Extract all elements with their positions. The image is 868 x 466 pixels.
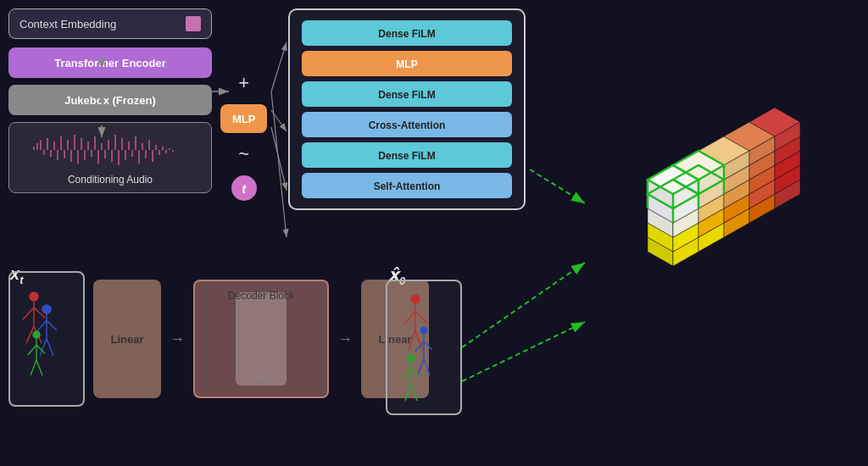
audio-waveform	[19, 130, 201, 170]
dense-film-bot-box: Dense FiLM	[302, 142, 512, 168]
svg-line-172	[271, 110, 287, 131]
left-panel: Context Embedding Transformer Encoder Ju…	[8, 8, 212, 197]
pose-right-box	[386, 280, 462, 415]
svg-line-62	[31, 360, 36, 375]
svg-point-46	[30, 292, 38, 301]
svg-point-58	[33, 331, 40, 338]
audio-box: Conditioning Audio	[8, 122, 212, 193]
dots-label: ···	[255, 369, 266, 385]
pose-left-svg	[13, 275, 81, 402]
cube-grid-svg	[571, 8, 860, 280]
svg-line-66	[403, 312, 415, 325]
svg-line-60	[28, 345, 36, 355]
self-attention-label: Self-Attention	[374, 180, 441, 192]
svg-line-73	[424, 341, 432, 350]
svg-line-55	[47, 320, 57, 330]
svg-line-67	[415, 312, 427, 323]
jukebox-label: Jukebox (Frozen)	[64, 94, 156, 107]
mlp-inner-label: MLP	[396, 58, 417, 70]
svg-point-52	[42, 305, 51, 313]
decoder-block-label: Decoder Block	[228, 290, 294, 302]
svg-point-76	[408, 355, 415, 362]
svg-line-63	[36, 360, 42, 375]
svg-line-57	[47, 339, 53, 356]
svg-line-54	[36, 320, 47, 332]
pink-square-icon	[186, 16, 201, 31]
transformer-encoder-label: Transformer Encoder	[54, 57, 166, 69]
conditioning-audio-label: Conditioning Audio	[19, 174, 201, 186]
svg-line-81	[411, 384, 417, 401]
dense-film-mid-box: Dense FiLM	[302, 81, 512, 107]
transformer-encoder-box: Transformer Encoder	[8, 47, 212, 78]
pose-right-svg	[390, 284, 458, 411]
dense-film-mid-label: Dense FiLM	[378, 89, 435, 101]
context-embedding-label: Context Embedding	[19, 18, 116, 31]
svg-line-171	[271, 42, 287, 92]
svg-line-48	[23, 308, 34, 319]
svg-line-68	[409, 330, 415, 350]
arrow-right-1: →	[170, 330, 185, 348]
linear-left-label: Linear	[110, 333, 143, 346]
decoder-block-big: Decoder Block ···	[193, 280, 329, 398]
cross-attention-label: Cross-Attention	[369, 119, 446, 131]
time-circle: t	[231, 175, 257, 201]
mlp-box: MLP	[220, 104, 267, 133]
dense-film-top-box: Dense FiLM	[302, 20, 512, 46]
mlp-inner-box: MLP	[302, 51, 512, 76]
cube-grid	[571, 8, 860, 283]
dense-film-top-label: Dense FiLM	[378, 28, 435, 40]
svg-line-78	[403, 369, 411, 379]
svg-line-176	[462, 263, 585, 347]
pose-left-box	[8, 271, 85, 407]
middle-panel: + MLP ~ t	[220, 72, 267, 201]
jukebox-box: Jukebox (Frozen)	[8, 85, 212, 115]
cross-attention-box: Cross-Attention	[302, 112, 512, 137]
svg-line-174	[271, 92, 287, 237]
mlp-label: MLP	[232, 113, 255, 125]
svg-line-80	[405, 384, 411, 401]
decoder-container: Dense FiLM MLP Dense FiLM Cross-Attentio…	[288, 8, 526, 210]
plus-symbol: +	[238, 72, 249, 94]
svg-line-173	[271, 127, 287, 191]
bottom-row: Linear → Decoder Block ··· → Linear	[8, 271, 429, 407]
svg-line-75	[424, 358, 430, 375]
waveform-svg	[30, 131, 191, 169]
dense-film-bot-label: Dense FiLM	[378, 150, 435, 162]
svg-point-64	[411, 295, 420, 303]
arrow-right-2: →	[337, 330, 353, 348]
self-attention-box: Self-Attention	[302, 173, 512, 198]
svg-line-74	[418, 358, 424, 375]
context-embedding-box: Context Embedding	[8, 8, 212, 39]
linear-left-box: Linear	[93, 280, 161, 398]
tilde-symbol: ~	[238, 143, 249, 165]
svg-line-177	[462, 322, 585, 381]
svg-point-70	[420, 327, 427, 334]
decoder-panel: Dense FiLM MLP Dense FiLM Cross-Attentio…	[288, 8, 526, 210]
